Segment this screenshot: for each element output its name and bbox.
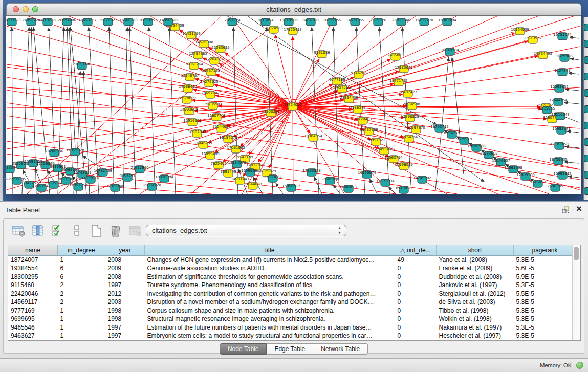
tab-edge-table[interactable]: Edge Table bbox=[267, 343, 313, 355]
select-checked-button[interactable] bbox=[50, 224, 64, 238]
column-header-name[interactable]: name bbox=[8, 245, 58, 256]
memory-status-indicator[interactable] bbox=[576, 362, 583, 369]
network-node-label: 12923448 bbox=[106, 184, 124, 188]
table-settings-button[interactable] bbox=[11, 224, 26, 238]
network-node-label: 9010228 bbox=[39, 18, 55, 23]
network-node-label: 7386372 bbox=[350, 106, 365, 110]
network-node-label: 12754383 bbox=[189, 52, 207, 56]
network-node-label: 15894120 bbox=[143, 183, 161, 187]
network-node-label: 15495492 bbox=[375, 147, 394, 151]
table-row[interactable]: 946554611997Estimation of the future num… bbox=[8, 323, 572, 332]
close-panel-icon[interactable]: × bbox=[576, 203, 582, 214]
network-node-label: 16046755 bbox=[194, 141, 212, 145]
network-node-label: 8813054 bbox=[257, 18, 274, 23]
background-window-node bbox=[584, 122, 588, 129]
network-node-label: 10719155 bbox=[323, 18, 341, 23]
close-window-button[interactable] bbox=[13, 6, 19, 12]
network-node-label: 12183622 bbox=[395, 65, 413, 70]
column-header-title[interactable]: title bbox=[145, 245, 395, 256]
network-node-label: 18363404 bbox=[438, 18, 456, 23]
scrollbar-thumb[interactable] bbox=[574, 247, 579, 260]
collapse-west-panel-arrow[interactable]: ◄ bbox=[3, 176, 7, 181]
network-node-label: 9634508 bbox=[404, 102, 420, 106]
network-node-label: 17081983 bbox=[227, 146, 245, 150]
network-node-label: 11607705 bbox=[207, 114, 226, 118]
window-titlebar[interactable]: citations_edges.txt bbox=[6, 3, 581, 16]
column-header-pagerank[interactable]: pagerank bbox=[514, 245, 573, 256]
network-node-label: 15751074 bbox=[553, 33, 572, 37]
table-panel: Table Panel × bbox=[0, 201, 588, 372]
network-node-label: 11583602 bbox=[480, 151, 498, 156]
network-node-label: 15437382 bbox=[360, 128, 378, 132]
table-row[interactable]: 1830029562008Estimation of significance … bbox=[8, 273, 572, 281]
minimize-window-button[interactable] bbox=[23, 6, 29, 12]
network-node-label: 12204067 bbox=[205, 57, 224, 61]
network-node-label: 9227343 bbox=[554, 69, 570, 73]
background-window-node bbox=[584, 24, 588, 31]
table-header-row: namein_degreeyeartitle△ out_de...shortpa… bbox=[8, 245, 572, 256]
network-node-label: 8943056 bbox=[396, 186, 412, 190]
checkbox-list-button[interactable] bbox=[69, 224, 84, 238]
table-row[interactable]: 946362711997Embryonic stem cells: a mode… bbox=[8, 332, 572, 340]
table-row[interactable]: 1872400712008Changes of HCN gene express… bbox=[8, 256, 572, 265]
table-row[interactable]: 911546021997Tourette syndrome. Phenomeno… bbox=[8, 281, 572, 290]
background-window-node bbox=[584, 56, 588, 64]
network-node-label: 7515526 bbox=[370, 18, 386, 23]
tab-network-table[interactable]: Network Table bbox=[313, 343, 368, 355]
network-node-label: 17663598 bbox=[504, 166, 522, 170]
network-node-label: 15692971 bbox=[552, 127, 571, 131]
network-node-label: 20697102 bbox=[201, 91, 220, 95]
background-window-node bbox=[584, 105, 588, 113]
network-node-label: 7485083 bbox=[387, 53, 403, 57]
float-panel-icon[interactable] bbox=[561, 206, 570, 214]
background-window-node bbox=[584, 73, 588, 80]
network-node-label: 15905195 bbox=[8, 177, 26, 181]
new-document-button[interactable] bbox=[89, 224, 103, 238]
network-node-label: 16210643 bbox=[551, 113, 570, 117]
network-node-label: 20691406 bbox=[58, 18, 76, 23]
network-node-label: 19734493 bbox=[534, 52, 552, 56]
background-window-node bbox=[584, 171, 588, 179]
background-window-node bbox=[584, 138, 588, 146]
network-node-label: 15056617 bbox=[282, 184, 300, 188]
network-node-label: 16745902 bbox=[413, 176, 431, 180]
network-node-label: 13505135 bbox=[45, 181, 63, 185]
network-node-label: 21053346 bbox=[73, 62, 91, 67]
network-node-label: 10407427 bbox=[399, 90, 417, 94]
tab-node-table[interactable]: Node Table bbox=[220, 343, 267, 355]
panel-title: Table Panel bbox=[5, 206, 40, 214]
network-canvas[interactable]: 1872400712254409114317561452630812754383… bbox=[6, 16, 581, 194]
dropdown-stepper-icon: ▲▼ bbox=[338, 226, 341, 235]
column-header-out_degree[interactable]: △ out_de... bbox=[395, 245, 437, 256]
network-node-label: 17359928 bbox=[66, 148, 84, 152]
desktop-background: citations_edges.txt 18724007122544091143… bbox=[3, 0, 588, 201]
table-row[interactable]: 2242004622012Investigating the contribut… bbox=[8, 290, 572, 298]
column-header-year[interactable]: year bbox=[105, 245, 145, 256]
select-column-button[interactable] bbox=[30, 224, 45, 238]
zoom-window-button[interactable] bbox=[32, 6, 38, 12]
network-graph[interactable]: 1872400712254409114317561452630812754383… bbox=[6, 16, 581, 194]
network-node-label: 10599661 bbox=[241, 169, 259, 173]
network-node-label: 21013346 bbox=[392, 18, 410, 23]
network-node-label: 16061264 bbox=[185, 62, 203, 67]
table-row[interactable]: 977716911998Corpus callosum shape and si… bbox=[8, 307, 572, 315]
table-scroll-area[interactable]: namein_degreeyeartitle△ out_de...shortpa… bbox=[8, 245, 572, 340]
network-node-label: 12605190 bbox=[321, 177, 339, 181]
network-node-label: 12444154 bbox=[549, 98, 568, 102]
table-row[interactable]: 1456911722003Disruption of a novel membe… bbox=[8, 298, 572, 307]
network-node-label: 16782759 bbox=[94, 169, 112, 173]
network-node-label: 14966470 bbox=[179, 85, 197, 89]
network-node-label: 20206536 bbox=[45, 149, 63, 154]
table-selector-dropdown[interactable]: citations_edges.txt ▲▼ bbox=[146, 225, 346, 236]
column-header-in_degree[interactable]: in_degree bbox=[58, 245, 105, 256]
delete-trash-button[interactable] bbox=[108, 224, 123, 238]
vertical-scrollbar[interactable] bbox=[572, 245, 580, 340]
table-row[interactable]: 969969511998Structural magnetic resonanc… bbox=[8, 315, 572, 323]
network-node-label: 10590966 bbox=[467, 144, 486, 148]
table-row[interactable]: 1938455462009Genome-wide association stu… bbox=[8, 264, 572, 273]
network-node-label: 16958107 bbox=[81, 176, 100, 180]
column-header-short[interactable]: short bbox=[437, 245, 514, 256]
network-node-label: 22044627 bbox=[212, 125, 231, 129]
network-node-label: 19384554 bbox=[304, 134, 322, 138]
network-node-label: 16157278 bbox=[219, 136, 237, 140]
